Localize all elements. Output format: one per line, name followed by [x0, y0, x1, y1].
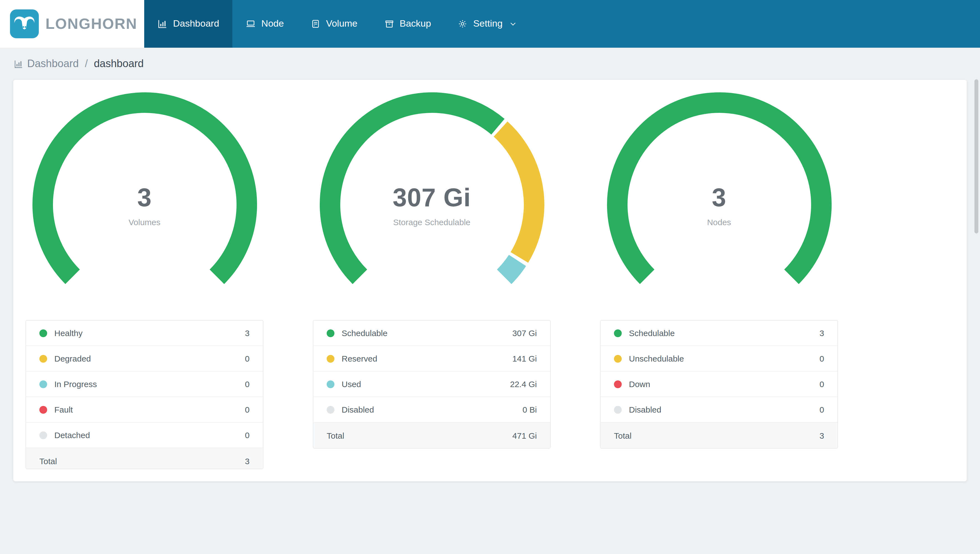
legend-color-dot — [40, 406, 47, 414]
gauge-segment-used — [504, 260, 517, 277]
legend-label: Unschedulable — [629, 354, 819, 363]
legend-row-disabled: Disabled0 — [601, 397, 837, 423]
total-label: Total — [327, 431, 344, 440]
total-label: Total — [40, 456, 57, 466]
legend-color-dot — [614, 329, 622, 337]
total-label: Total — [614, 431, 632, 440]
gauge-arc-svg — [319, 92, 544, 317]
legend-row-unschedulable: Unschedulable0 — [601, 346, 837, 371]
total-value: 3 — [819, 431, 824, 440]
legend-color-dot — [40, 329, 47, 337]
backup-icon — [384, 19, 394, 29]
breadcrumb-current-page: dashboard — [94, 58, 144, 70]
gear-icon — [458, 19, 468, 29]
legend-rows: Schedulable3Unschedulable0Down0Disabled0 — [601, 320, 837, 423]
nodes-gauge-chart: 3 Nodes — [606, 92, 832, 317]
legend-value: 0 — [245, 405, 250, 414]
legend-total-row: Total 3 — [601, 423, 837, 448]
legend-label: Schedulable — [342, 328, 512, 338]
legend-value: 3 — [245, 328, 250, 338]
legend-row-down: Down0 — [601, 371, 837, 397]
legend-label: Healthy — [54, 328, 245, 338]
volume-icon — [310, 19, 321, 29]
legend-label: Used — [342, 379, 510, 389]
legend-color-dot — [327, 406, 334, 414]
dashboard-card: 3 Volumes Healthy3Degraded0In Progress0F… — [13, 80, 967, 481]
legend-value: 0 — [245, 379, 250, 389]
nav-tab-volume[interactable]: Volume — [297, 0, 371, 48]
legend-color-dot — [40, 431, 47, 439]
legend-label: Down — [629, 379, 819, 389]
nav-tab-label: Setting — [473, 18, 503, 29]
legend-rows: Schedulable307 GiReserved141 GiUsed22.4 … — [313, 320, 550, 423]
nav-tab-label: Volume — [326, 18, 358, 29]
legend-value: 0 — [819, 354, 824, 363]
legend-total-row: Total 471 Gi — [313, 423, 550, 448]
volumes-panel: 3 Volumes Healthy3Degraded0In Progress0F… — [25, 92, 263, 469]
bar-chart-icon — [14, 59, 23, 68]
legend-label: Disabled — [342, 405, 522, 414]
volumes-gauge-chart: 3 Volumes — [32, 92, 257, 317]
nav-tab-dashboard[interactable]: Dashboard — [144, 0, 232, 48]
node-icon — [246, 19, 256, 29]
longhorn-dashboard-page: LONGHORN Dashboard No — [0, 0, 980, 554]
total-value: 3 — [245, 456, 250, 466]
app-header: LONGHORN Dashboard No — [0, 0, 980, 48]
storage-panel: 307 Gi Storage Schedulable Schedulable30… — [313, 92, 551, 469]
legend-value: 3 — [819, 328, 824, 338]
legend-row-used: Used22.4 Gi — [313, 371, 550, 397]
nav-tab-setting[interactable]: Setting — [444, 0, 530, 48]
legend-value: 22.4 Gi — [510, 379, 537, 389]
main-nav: Dashboard Node — [144, 0, 530, 48]
breadcrumb-separator: / — [85, 58, 88, 70]
legend-row-in-progress: In Progress0 — [26, 371, 263, 397]
legend-value: 0 — [245, 354, 250, 363]
gauge-segment-reserved — [500, 129, 534, 257]
legend-row-schedulable: Schedulable3 — [601, 320, 837, 346]
chevron-down-icon — [508, 20, 517, 28]
nodes-panel: 3 Nodes Schedulable3Unschedulable0Down0D… — [600, 92, 838, 469]
storage-legend-table: Schedulable307 GiReserved141 GiUsed22.4 … — [313, 320, 551, 449]
legend-row-degraded: Degraded0 — [26, 346, 263, 371]
legend-color-dot — [327, 355, 334, 362]
total-value: 471 Gi — [512, 431, 537, 440]
legend-row-fault: Fault0 — [26, 397, 263, 423]
legend-value: 307 Gi — [512, 328, 537, 338]
legend-row-healthy: Healthy3 — [26, 320, 263, 346]
legend-color-dot — [327, 329, 334, 337]
nav-tab-backup[interactable]: Backup — [371, 0, 444, 48]
nav-tab-label: Backup — [399, 18, 431, 29]
legend-row-disabled: Disabled0 Bi — [313, 397, 550, 423]
storage-gauge-chart: 307 Gi Storage Schedulable — [319, 92, 544, 317]
legend-color-dot — [614, 380, 622, 388]
nav-tab-node[interactable]: Node — [232, 0, 297, 48]
gauge-segment-schedulable — [617, 103, 821, 277]
legend-row-schedulable: Schedulable307 Gi — [313, 320, 550, 346]
legend-color-dot — [614, 406, 622, 414]
main-content: 3 Volumes Healthy3Degraded0In Progress0F… — [0, 80, 980, 481]
legend-total-row: Total 3 — [26, 448, 263, 469]
gauge-segment-healthy — [43, 103, 247, 277]
legend-label: In Progress — [54, 379, 245, 389]
vertical-scrollbar-thumb[interactable] — [974, 79, 978, 234]
volumes-legend-table: Healthy3Degraded0In Progress0Fault0Detac… — [25, 320, 263, 469]
gauge-arc-svg — [606, 92, 832, 317]
legend-color-dot — [327, 380, 334, 388]
legend-label: Schedulable — [629, 328, 819, 338]
breadcrumb-dashboard-link[interactable]: Dashboard — [27, 58, 79, 70]
legend-value: 141 Gi — [512, 354, 537, 363]
legend-color-dot — [40, 380, 47, 388]
legend-label: Disabled — [629, 405, 819, 414]
nodes-legend-table: Schedulable3Unschedulable0Down0Disabled0… — [600, 320, 838, 449]
legend-value: 0 Bi — [522, 405, 537, 414]
legend-value: 0 — [819, 379, 824, 389]
brand-logo[interactable]: LONGHORN — [0, 0, 144, 48]
legend-value: 0 — [245, 430, 250, 440]
bar-chart-icon — [158, 19, 167, 29]
gauge-segment-schedulable — [330, 103, 498, 277]
legend-rows: Healthy3Degraded0In Progress0Fault0Detac… — [26, 320, 263, 448]
gauge-arc-svg — [32, 92, 257, 317]
legend-color-dot — [40, 355, 47, 362]
legend-label: Reserved — [342, 354, 512, 363]
nav-tab-label: Dashboard — [173, 18, 219, 29]
